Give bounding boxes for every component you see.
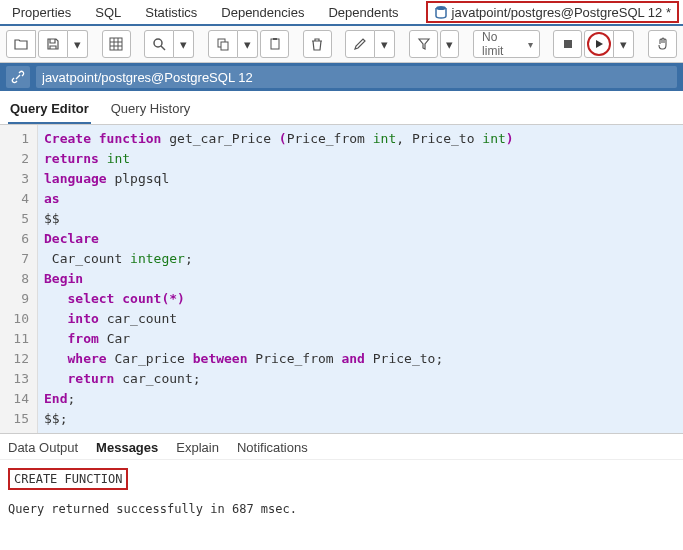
search-icon [152, 37, 166, 51]
play-icon [594, 39, 604, 49]
tab-query-editor[interactable]: Query Editor [8, 97, 91, 124]
execute-dropdown[interactable]: ▾ [614, 30, 634, 58]
svg-point-0 [436, 6, 446, 10]
edit-dropdown[interactable]: ▾ [375, 30, 395, 58]
toolbar: ▾ ▾ ▾ ▾ ▾ No limit ▾ [0, 26, 683, 63]
connection-bar [0, 63, 683, 91]
connection-icon[interactable] [6, 66, 30, 88]
svg-rect-1 [110, 38, 122, 50]
messages-panel: CREATE FUNCTION Query returned successfu… [0, 460, 683, 524]
filter-dropdown[interactable]: ▾ [440, 30, 459, 58]
copy-button[interactable] [208, 30, 238, 58]
tab-dependents[interactable]: Dependents [316, 1, 410, 24]
save-dropdown[interactable]: ▾ [68, 30, 88, 58]
paste-button[interactable] [260, 30, 289, 58]
trash-icon [310, 37, 324, 51]
tab-properties[interactable]: Properties [0, 1, 83, 24]
code-area[interactable]: Create function get_car_Price (Price_fro… [38, 125, 683, 433]
link-icon [11, 70, 25, 84]
svg-rect-6 [273, 38, 277, 40]
delete-button[interactable] [303, 30, 332, 58]
tab-explain[interactable]: Explain [176, 440, 219, 455]
filter-button[interactable] [409, 30, 438, 58]
connection-input[interactable] [36, 66, 677, 88]
funnel-icon [417, 37, 431, 51]
edit-button[interactable] [345, 30, 375, 58]
tab-query-tool-label: javatpoint/postgres@PostgreSQL 12 * [452, 5, 671, 20]
copy-icon [216, 37, 230, 51]
find-button[interactable] [144, 30, 174, 58]
svg-point-2 [154, 39, 162, 47]
grid-icon [109, 37, 123, 51]
execute-button[interactable] [584, 30, 614, 58]
tab-query-history[interactable]: Query History [109, 97, 192, 124]
top-tab-bar: Properties SQL Statistics Dependencies D… [0, 0, 683, 26]
tab-dependencies[interactable]: Dependencies [209, 1, 316, 24]
svg-rect-4 [221, 42, 228, 50]
svg-rect-5 [271, 39, 279, 49]
database-icon [434, 5, 448, 19]
line-gutter: 123456789101112131415 [0, 125, 38, 433]
stop-button[interactable] [553, 30, 582, 58]
limit-select[interactable]: No limit [473, 30, 540, 58]
message-status: Query returned successfully in 687 msec. [8, 502, 675, 516]
explain-button[interactable] [648, 30, 677, 58]
save-button[interactable] [38, 30, 68, 58]
tab-notifications[interactable]: Notifications [237, 440, 308, 455]
tab-messages[interactable]: Messages [96, 440, 158, 455]
message-result: CREATE FUNCTION [8, 468, 128, 490]
find-dropdown[interactable]: ▾ [174, 30, 194, 58]
paste-icon [268, 37, 282, 51]
tab-query-tool[interactable]: javatpoint/postgres@PostgreSQL 12 * [426, 1, 679, 23]
tab-sql[interactable]: SQL [83, 1, 133, 24]
tab-data-output[interactable]: Data Output [8, 440, 78, 455]
output-tabs: Data Output Messages Explain Notificatio… [0, 434, 683, 460]
editor-tabs: Query Editor Query History [0, 91, 683, 125]
pencil-icon [353, 37, 367, 51]
hand-icon [656, 37, 670, 51]
stop-icon [562, 38, 574, 50]
copy-dropdown[interactable]: ▾ [238, 30, 258, 58]
save-icon [46, 37, 60, 51]
svg-rect-7 [564, 40, 572, 48]
open-file-button[interactable] [6, 30, 36, 58]
table-icon-button[interactable] [102, 30, 131, 58]
code-editor[interactable]: 123456789101112131415 Create function ge… [0, 125, 683, 434]
tab-statistics[interactable]: Statistics [133, 1, 209, 24]
folder-open-icon [14, 37, 28, 51]
